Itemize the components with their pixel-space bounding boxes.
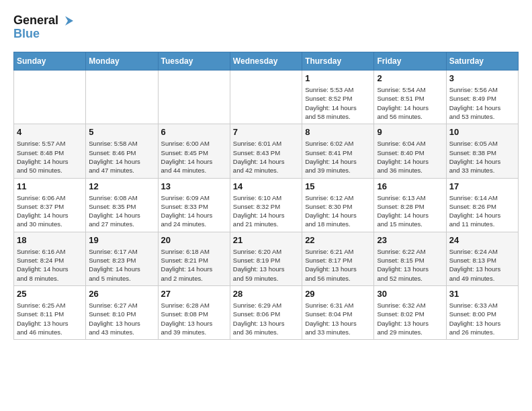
day-number: 31 — [449, 289, 515, 299]
calendar-day-1: 1Sunrise: 5:53 AM Sunset: 8:52 PM Daylig… — [302, 71, 374, 124]
day-number: 2 — [377, 73, 443, 83]
weekday-header-saturday: Saturday — [446, 52, 518, 71]
day-number: 12 — [89, 181, 154, 191]
calendar-day-18: 18Sunrise: 6:16 AM Sunset: 8:24 PM Dayli… — [14, 232, 86, 285]
day-number: 1 — [305, 73, 371, 83]
calendar-week-5: 25Sunrise: 6:25 AM Sunset: 8:11 PM Dayli… — [14, 285, 519, 339]
day-number: 27 — [161, 289, 227, 299]
calendar-day-8: 8Sunrise: 6:02 AM Sunset: 8:41 PM Daylig… — [302, 124, 374, 178]
day-info: Sunrise: 6:10 AM Sunset: 8:32 PM Dayligh… — [233, 193, 299, 229]
calendar-week-1: 1Sunrise: 5:53 AM Sunset: 8:52 PM Daylig… — [14, 71, 519, 124]
day-number: 21 — [233, 235, 299, 245]
calendar-day-6: 6Sunrise: 6:00 AM Sunset: 8:45 PM Daylig… — [158, 124, 230, 178]
calendar-day-16: 16Sunrise: 6:13 AM Sunset: 8:28 PM Dayli… — [374, 178, 446, 232]
day-info: Sunrise: 6:17 AM Sunset: 8:23 PM Dayligh… — [89, 247, 154, 283]
day-number: 7 — [233, 127, 299, 137]
day-info: Sunrise: 6:13 AM Sunset: 8:28 PM Dayligh… — [377, 193, 443, 229]
day-info: Sunrise: 6:31 AM Sunset: 8:04 PM Dayligh… — [305, 301, 371, 336]
calendar-week-2: 4Sunrise: 5:57 AM Sunset: 8:48 PM Daylig… — [14, 124, 519, 178]
calendar-day-30: 30Sunrise: 6:32 AM Sunset: 8:02 PM Dayli… — [374, 285, 446, 339]
day-number: 24 — [449, 235, 515, 245]
calendar-day-25: 25Sunrise: 6:25 AM Sunset: 8:11 PM Dayli… — [14, 285, 86, 339]
day-info: Sunrise: 6:02 AM Sunset: 8:41 PM Dayligh… — [305, 139, 371, 175]
empty-cell — [230, 71, 302, 124]
calendar-day-2: 2Sunrise: 5:54 AM Sunset: 8:51 PM Daylig… — [374, 71, 446, 124]
day-number: 8 — [305, 127, 371, 137]
day-info: Sunrise: 6:24 AM Sunset: 8:13 PM Dayligh… — [449, 247, 515, 283]
day-info: Sunrise: 6:06 AM Sunset: 8:37 PM Dayligh… — [17, 193, 83, 229]
day-info: Sunrise: 6:25 AM Sunset: 8:11 PM Dayligh… — [17, 301, 83, 336]
calendar-day-14: 14Sunrise: 6:10 AM Sunset: 8:32 PM Dayli… — [230, 178, 302, 232]
day-number: 15 — [305, 181, 371, 191]
day-number: 9 — [377, 127, 443, 137]
day-number: 6 — [161, 127, 227, 137]
logo: General Blue — [13, 13, 75, 41]
day-number: 4 — [17, 127, 83, 137]
day-info: Sunrise: 6:18 AM Sunset: 8:21 PM Dayligh… — [161, 247, 227, 283]
day-info: Sunrise: 5:57 AM Sunset: 8:48 PM Dayligh… — [17, 139, 83, 175]
day-number: 11 — [17, 181, 83, 191]
calendar-day-24: 24Sunrise: 6:24 AM Sunset: 8:13 PM Dayli… — [446, 232, 518, 285]
day-number: 22 — [305, 235, 371, 245]
day-info: Sunrise: 6:27 AM Sunset: 8:10 PM Dayligh… — [89, 301, 154, 336]
weekday-header-tuesday: Tuesday — [158, 52, 230, 71]
day-number: 16 — [377, 181, 443, 191]
calendar-day-20: 20Sunrise: 6:18 AM Sunset: 8:21 PM Dayli… — [158, 232, 230, 285]
day-number: 23 — [377, 235, 443, 245]
calendar-day-4: 4Sunrise: 5:57 AM Sunset: 8:48 PM Daylig… — [14, 124, 86, 178]
calendar-day-9: 9Sunrise: 6:04 AM Sunset: 8:40 PM Daylig… — [374, 124, 446, 178]
calendar-day-29: 29Sunrise: 6:31 AM Sunset: 8:04 PM Dayli… — [302, 285, 374, 339]
day-number: 30 — [377, 289, 443, 299]
day-number: 29 — [305, 289, 371, 299]
day-number: 18 — [17, 235, 83, 245]
day-info: Sunrise: 6:28 AM Sunset: 8:08 PM Dayligh… — [161, 301, 227, 336]
day-number: 28 — [233, 289, 299, 299]
day-info: Sunrise: 5:56 AM Sunset: 8:49 PM Dayligh… — [449, 85, 515, 121]
day-info: Sunrise: 6:14 AM Sunset: 8:26 PM Dayligh… — [449, 193, 515, 229]
day-info: Sunrise: 6:00 AM Sunset: 8:45 PM Dayligh… — [161, 139, 227, 175]
calendar-day-17: 17Sunrise: 6:14 AM Sunset: 8:26 PM Dayli… — [446, 178, 518, 232]
day-info: Sunrise: 6:20 AM Sunset: 8:19 PM Dayligh… — [233, 247, 299, 283]
day-info: Sunrise: 6:09 AM Sunset: 8:33 PM Dayligh… — [161, 193, 227, 229]
calendar-day-11: 11Sunrise: 6:06 AM Sunset: 8:37 PM Dayli… — [14, 178, 86, 232]
day-info: Sunrise: 6:33 AM Sunset: 8:00 PM Dayligh… — [449, 301, 515, 336]
day-info: Sunrise: 6:01 AM Sunset: 8:43 PM Dayligh… — [233, 139, 299, 175]
page-header: General Blue — [13, 13, 519, 41]
weekday-header-monday: Monday — [86, 52, 158, 71]
day-number: 19 — [89, 235, 154, 245]
day-info: Sunrise: 6:08 AM Sunset: 8:35 PM Dayligh… — [89, 193, 154, 229]
calendar-day-3: 3Sunrise: 5:56 AM Sunset: 8:49 PM Daylig… — [446, 71, 518, 124]
day-info: Sunrise: 5:53 AM Sunset: 8:52 PM Dayligh… — [305, 85, 371, 121]
calendar-day-12: 12Sunrise: 6:08 AM Sunset: 8:35 PM Dayli… — [86, 178, 158, 232]
day-info: Sunrise: 6:05 AM Sunset: 8:38 PM Dayligh… — [449, 139, 515, 175]
calendar-day-21: 21Sunrise: 6:20 AM Sunset: 8:19 PM Dayli… — [230, 232, 302, 285]
day-number: 25 — [17, 289, 83, 299]
day-number: 5 — [89, 127, 154, 137]
day-info: Sunrise: 5:58 AM Sunset: 8:46 PM Dayligh… — [89, 139, 154, 175]
calendar-week-4: 18Sunrise: 6:16 AM Sunset: 8:24 PM Dayli… — [14, 232, 519, 285]
calendar-day-26: 26Sunrise: 6:27 AM Sunset: 8:10 PM Dayli… — [86, 285, 158, 339]
empty-cell — [14, 71, 86, 124]
weekday-header-row: SundayMondayTuesdayWednesdayThursdayFrid… — [14, 52, 519, 71]
empty-cell — [86, 71, 158, 124]
day-info: Sunrise: 6:21 AM Sunset: 8:17 PM Dayligh… — [305, 247, 371, 283]
calendar-day-27: 27Sunrise: 6:28 AM Sunset: 8:08 PM Dayli… — [158, 285, 230, 339]
weekday-header-friday: Friday — [374, 52, 446, 71]
day-number: 20 — [161, 235, 227, 245]
day-info: Sunrise: 6:16 AM Sunset: 8:24 PM Dayligh… — [17, 247, 83, 283]
day-number: 17 — [449, 181, 515, 191]
calendar-day-31: 31Sunrise: 6:33 AM Sunset: 8:00 PM Dayli… — [446, 285, 518, 339]
day-info: Sunrise: 6:29 AM Sunset: 8:06 PM Dayligh… — [233, 301, 299, 336]
day-number: 14 — [233, 181, 299, 191]
calendar-day-5: 5Sunrise: 5:58 AM Sunset: 8:46 PM Daylig… — [86, 124, 158, 178]
logo-general: General — [13, 13, 58, 28]
empty-cell — [158, 71, 230, 124]
logo-bird-icon — [60, 15, 75, 27]
calendar-day-22: 22Sunrise: 6:21 AM Sunset: 8:17 PM Dayli… — [302, 232, 374, 285]
day-info: Sunrise: 6:22 AM Sunset: 8:15 PM Dayligh… — [377, 247, 443, 283]
weekday-header-thursday: Thursday — [302, 52, 374, 71]
day-number: 3 — [449, 73, 515, 83]
day-number: 13 — [161, 181, 227, 191]
svg-marker-0 — [65, 16, 73, 26]
logo-blue: Blue — [13, 27, 75, 42]
